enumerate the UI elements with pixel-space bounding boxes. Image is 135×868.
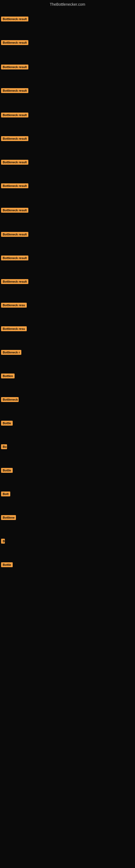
bottleneck-result-badge[interactable]: Bottleneck result	[1, 88, 28, 94]
bottleneck-result-badge[interactable]: Bottleneck result	[1, 208, 28, 214]
bottleneck-result-badge[interactable]: Bottleneck resu	[1, 326, 27, 332]
bottleneck-result-badge[interactable]: B	[1, 539, 5, 545]
bottleneck-result-badge[interactable]: Bottle	[1, 562, 13, 568]
bottleneck-result-badge[interactable]: Bottle	[1, 421, 13, 427]
bottleneck-result-badge[interactable]: Bottleneck result	[1, 113, 28, 119]
bottleneck-result-badge[interactable]: Bottleneck result	[1, 232, 28, 238]
bottleneck-result-badge[interactable]: Bottleneck result	[1, 65, 28, 70]
bottleneck-result-badge[interactable]: Bott	[1, 492, 10, 497]
bottleneck-result-badge[interactable]: Bottleneck result	[1, 160, 28, 166]
bottleneck-result-badge[interactable]: Bottle	[1, 468, 13, 474]
bottleneck-result-badge[interactable]: Bottleneck resu	[1, 303, 27, 309]
bottleneck-result-badge[interactable]: Bottleneck result	[1, 17, 28, 23]
badges-container: Bottleneck resultBottleneck resultBottle…	[0, 9, 135, 868]
bottleneck-result-badge[interactable]: Bottleneck result	[1, 40, 28, 46]
site-title: TheBottlenecker.com	[0, 0, 135, 9]
bottleneck-result-badge[interactable]: Bottlene	[1, 515, 16, 521]
bottleneck-result-badge[interactable]: Bottleneck result	[1, 255, 28, 261]
bottleneck-result-badge[interactable]: Bottlen	[1, 373, 14, 379]
bottleneck-result-badge[interactable]: Bo	[1, 444, 7, 450]
bottleneck-result-badge[interactable]: Bottleneck result	[1, 136, 28, 142]
bottleneck-result-badge[interactable]: Bottleneck result	[1, 279, 28, 285]
bottleneck-result-badge[interactable]: Bottleneck	[1, 397, 18, 403]
bottleneck-result-badge[interactable]: Bottleneck result	[1, 183, 28, 189]
bottleneck-result-badge[interactable]: Bottleneck r	[1, 350, 21, 356]
